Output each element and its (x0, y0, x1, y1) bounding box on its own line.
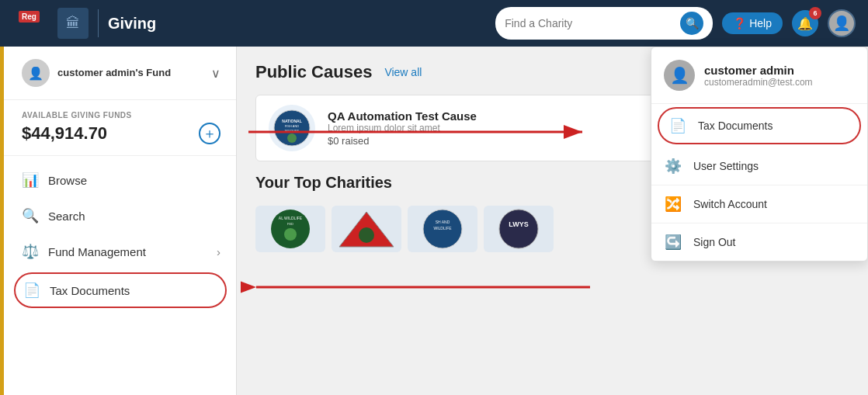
reg-badge: Reg (19, 11, 40, 23)
app-header: Reg 🏛 Giving 🔍 ❓ Help 🔔 6 👤 (0, 0, 868, 47)
svg-point-4 (287, 133, 297, 143)
giving-amount: $44,914.70 (22, 123, 107, 144)
sidebar: 👤 customer admin's Fund ∨ AVAILABLE GIVI… (0, 47, 237, 395)
svg-text:SH AND: SH AND (436, 220, 450, 224)
notification-button[interactable]: 🔔 6 (792, 10, 818, 36)
dropdown-item-tax-documents[interactable]: 📄 Tax Documents (658, 107, 861, 144)
charity-search-box: 🔍 (495, 7, 713, 40)
help-button[interactable]: ❓ Help (722, 12, 783, 34)
nav-item-fund-management[interactable]: ⚖️ Fund Management › (0, 234, 236, 269)
help-icon: ❓ (733, 17, 746, 29)
svg-text:NATIONAL: NATIONAL (282, 119, 301, 123)
add-funds-button[interactable]: ＋ (199, 123, 220, 144)
charity-logo-2[interactable] (332, 206, 401, 252)
public-causes-title: Public Causes (255, 62, 372, 82)
dropdown-user-section: 👤 customer admin customeradmin@test.com (651, 47, 867, 104)
dropdown-username: customer admin (704, 64, 813, 77)
nav-item-tax-documents[interactable]: 📄 Tax Documents (14, 272, 227, 308)
fund-chevron-icon[interactable]: ∨ (211, 66, 220, 81)
charity-search-input[interactable] (505, 17, 680, 29)
charity-search-button[interactable]: 🔍 (680, 12, 703, 35)
dropdown-avatar: 👤 (664, 60, 695, 91)
dropdown-switch-account-label: Switch Account (693, 198, 767, 210)
svg-text:AL WILDLIFE: AL WILDLIFE (279, 216, 303, 220)
cause-logo: NATIONAL FISH AND WILDLIFE (269, 105, 315, 151)
fund-section: 👤 customer admin's Fund ∨ (0, 47, 236, 100)
tax-docs-icon: 📄 (23, 282, 40, 299)
notification-badge: 6 (809, 7, 821, 19)
nav-label-fund-management: Fund Management (48, 245, 146, 258)
nav-label-search: Search (48, 210, 85, 223)
dropdown-tax-icon: 📄 (668, 117, 687, 134)
svg-text:WILDLIFE: WILDLIFE (285, 129, 300, 133)
dropdown-tax-docs-wrapper: 📄 Tax Documents (651, 107, 867, 144)
signout-icon: ↪️ (664, 234, 682, 251)
charity-logo-3[interactable]: SH AND WILDLIFE (408, 206, 477, 252)
user-avatar-button[interactable]: 👤 (828, 9, 856, 37)
dropdown-user-info: customer admin customeradmin@test.com (704, 64, 813, 88)
giving-funds-section: AVAILABLE GIVING FUNDS $44,914.70 ＋ (0, 100, 236, 156)
nav-label-browse: Browse (48, 174, 87, 187)
fund-management-chevron-icon: › (217, 245, 220, 258)
svg-text:WILDLIFE: WILDLIFE (433, 226, 452, 230)
svg-point-8 (284, 228, 297, 241)
dropdown-item-switch-account[interactable]: 🔀 Switch Account (651, 185, 867, 223)
view-all-link[interactable]: View all (384, 66, 422, 78)
svg-point-10 (359, 227, 374, 243)
search-icon: 🔍 (22, 207, 39, 224)
help-label: Help (749, 17, 772, 29)
top-charities-title: Your Top Charities (255, 174, 392, 192)
nav-label-tax-documents: Tax Documents (50, 284, 130, 297)
header-search-area: 🔍 ❓ Help 🔔 6 👤 (495, 7, 856, 40)
dropdown-email: customeradmin@test.com (704, 77, 813, 88)
giving-label: AVAILABLE GIVING FUNDS (22, 111, 220, 120)
tax-docs-nav-wrapper: 📄 Tax Documents (0, 272, 236, 308)
dropdown-user-settings-label: User Settings (693, 160, 759, 172)
nav-item-browse[interactable]: 📊 Browse (0, 162, 236, 198)
svg-point-14 (499, 210, 538, 248)
switch-icon: 🔀 (664, 196, 682, 213)
svg-text:FISH AND: FISH AND (285, 124, 300, 128)
user-dropdown-menu: 👤 customer admin customeradmin@test.com … (651, 47, 868, 262)
dropdown-item-sign-out[interactable]: ↪️ Sign Out (651, 223, 867, 261)
fund-info: 👤 customer admin's Fund (22, 59, 171, 87)
svg-text:FED: FED (287, 222, 293, 226)
charity-logo-4[interactable]: LWYS (484, 206, 554, 252)
app-title: Giving (108, 15, 156, 33)
fund-avatar: 👤 (22, 59, 50, 87)
bell-icon: 🔔 (797, 16, 813, 31)
fund-name: customer admin's Fund (57, 67, 171, 80)
nav-item-search[interactable]: 🔍 Search (0, 198, 236, 234)
giving-amount-row: $44,914.70 ＋ (22, 123, 220, 144)
dropdown-item-user-settings[interactable]: ⚙️ User Settings (651, 147, 867, 185)
dropdown-sign-out-label: Sign Out (693, 236, 735, 248)
header-divider (98, 9, 99, 37)
dropdown-tax-label: Tax Documents (698, 120, 773, 132)
nav-items: 📊 Browse 🔍 Search ⚖️ Fund Management › 📄… (0, 156, 236, 317)
browse-icon: 📊 (22, 172, 39, 189)
logo-icon: 🏛 (57, 8, 89, 39)
charity-logo-1[interactable]: AL WILDLIFE FED (255, 206, 325, 252)
gear-icon: ⚙️ (664, 158, 682, 175)
scale-icon: ⚖️ (22, 243, 39, 260)
svg-text:LWYS: LWYS (509, 220, 529, 228)
